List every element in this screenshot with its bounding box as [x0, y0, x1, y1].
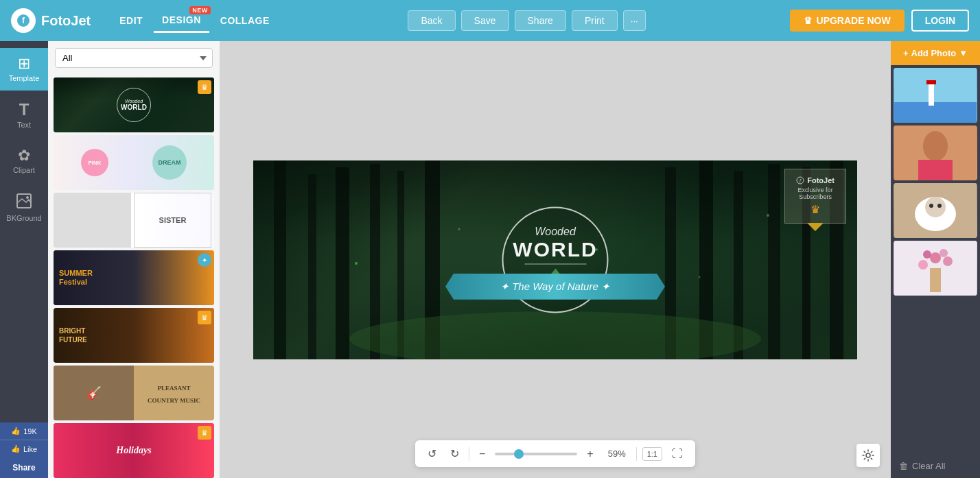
clear-all-button[interactable]: 🗑 Clear All	[891, 454, 980, 478]
thumbs-up-icon: 👍	[11, 427, 21, 435]
undo-button[interactable]: ↺	[423, 444, 441, 463]
canvas-wrapper[interactable]: Wooded WORLD FOTOJET	[253, 160, 857, 359]
exclusive-crown-icon: ♛	[796, 203, 835, 216]
crown-badge: ♛	[198, 426, 211, 440]
svg-rect-4	[274, 160, 286, 359]
badge-wooded: Wooded	[535, 226, 576, 238]
crown-badge: ♛	[198, 311, 211, 324]
zoom-out-button[interactable]: −	[475, 445, 489, 463]
svg-rect-31	[894, 102, 977, 123]
zoom-slider[interactable]	[495, 453, 577, 455]
photo-thumb-2[interactable]	[894, 126, 977, 180]
like-count: 👍 19K	[0, 422, 48, 440]
social-bar: 👍 19K 👍 Like Share	[0, 422, 48, 478]
canvas-image: Wooded WORLD FOTOJET	[253, 160, 857, 359]
svg-point-3	[26, 196, 29, 199]
zoom-in-button[interactable]: +	[583, 445, 597, 463]
badge-world: WORLD	[513, 238, 597, 261]
photo-thumb-3[interactable]	[894, 183, 977, 238]
new-badge: NEW	[189, 6, 211, 14]
canvas-toolbar: ↺ ↻ − + 59% 1:1 ⛶	[415, 440, 695, 467]
sidebar-item-text[interactable]: T Text	[0, 93, 48, 137]
svg-point-29	[866, 453, 870, 457]
svg-rect-5	[308, 174, 316, 359]
crown-icon: ♛	[804, 15, 813, 26]
upgrade-button[interactable]: ♛ UPGRADE NOW	[790, 10, 905, 32]
template-item-5[interactable]: BRIGHTFUTURE ♛	[54, 308, 214, 363]
template-item-2[interactable]: PINK DREAM	[54, 135, 214, 190]
svg-point-41	[937, 204, 942, 208]
like-button[interactable]: 👍 Like	[0, 440, 48, 457]
save-button[interactable]: Save	[461, 10, 509, 31]
text-icon: T	[19, 101, 30, 118]
svg-rect-36	[918, 160, 953, 180]
svg-point-17	[355, 262, 358, 265]
share-button[interactable]: Share	[515, 10, 566, 31]
template-item-1[interactable]: Wooded WORLD ♛	[54, 77, 214, 132]
svg-point-49	[940, 249, 948, 257]
svg-point-18	[458, 228, 460, 230]
nav-links: EDIT DESIGN NEW COLLAGE	[111, 9, 278, 33]
edit-nav[interactable]: EDIT	[111, 10, 151, 32]
template-item-7[interactable]: Holidays ♛	[54, 423, 214, 478]
svg-rect-13	[768, 164, 780, 359]
back-button[interactable]: Back	[408, 10, 455, 31]
template-item-6[interactable]: 🎸 PLEASANTCOUNTRY MUSIC	[54, 366, 214, 420]
logo-icon: f	[11, 8, 36, 33]
more-button[interactable]: ···	[623, 10, 646, 31]
template-item-4[interactable]: SUMMERFestival ✦	[54, 250, 214, 305]
photo-thumb-1[interactable]	[894, 68, 977, 123]
ribbon-banner: ✦ The Way of Nature ✦	[445, 274, 665, 300]
top-nav: f FotoJet EDIT DESIGN NEW COLLAGE Back S…	[0, 0, 980, 41]
fullscreen-button[interactable]: ⛶	[668, 445, 687, 463]
template-item-3[interactable]: SISTER	[54, 193, 214, 248]
svg-point-21	[767, 214, 769, 217]
add-photo-arrow-icon: ▼	[959, 48, 968, 58]
collage-nav[interactable]: COLLAGE	[212, 10, 278, 32]
svg-point-20	[699, 276, 701, 278]
trash-icon: 🗑	[899, 461, 908, 471]
photo-thumb-4[interactable]	[894, 241, 977, 296]
settings-button[interactable]	[856, 444, 880, 467]
photo-grid	[891, 65, 980, 454]
svg-point-47	[943, 256, 953, 266]
svg-text:f: f	[800, 178, 802, 183]
svg-rect-33	[926, 80, 936, 84]
toolbar-divider-1	[469, 447, 469, 461]
print-button[interactable]: Print	[572, 10, 618, 31]
template-grid: Wooded WORLD ♛ PINK DREAM	[48, 75, 220, 478]
nav-center-actions: Back Save Share Print ···	[408, 10, 645, 31]
svg-point-46	[918, 260, 928, 270]
background-icon	[16, 193, 32, 211]
svg-rect-6	[336, 167, 349, 359]
svg-point-40	[929, 204, 933, 208]
right-panel: + Add Photo ▼	[891, 41, 980, 478]
template-panel: All Facebook Cover Twitter Header YouTub…	[48, 41, 220, 478]
design-nav[interactable]: DESIGN NEW	[154, 9, 209, 33]
left-sidebar: ⊞ Template T Text ✿ Clipart BKGround �	[0, 41, 48, 478]
share-bar-button[interactable]: Share	[0, 457, 48, 478]
app-logo[interactable]: f FotoJet	[11, 8, 91, 33]
ratio-button[interactable]: 1:1	[642, 447, 662, 461]
canvas-area: Wooded WORLD FOTOJET	[220, 41, 891, 478]
exclusive-badge: f FotoJet Exclusive for Subscribers ♛	[784, 169, 846, 224]
main-area: ⊞ Template T Text ✿ Clipart BKGround �	[0, 41, 980, 478]
sidebar-item-template[interactable]: ⊞ Template	[0, 48, 48, 91]
login-button[interactable]: LOGIN	[911, 10, 969, 32]
svg-rect-43	[930, 268, 941, 292]
clipart-icon: ✿	[18, 148, 30, 163]
template-icon: ⊞	[18, 56, 30, 71]
like-icon: 👍	[11, 444, 21, 453]
add-photo-button[interactable]: + Add Photo ▼	[891, 41, 980, 65]
sidebar-item-clipart[interactable]: ✿ Clipart	[0, 140, 48, 182]
template-filter-select[interactable]: All Facebook Cover Twitter Header YouTub…	[55, 48, 213, 68]
redo-button[interactable]: ↻	[446, 444, 463, 463]
svg-rect-32	[929, 82, 934, 106]
svg-point-45	[930, 252, 941, 263]
sidebar-item-background[interactable]: BKGround	[0, 185, 48, 230]
template-header: All Facebook Cover Twitter Header YouTub…	[48, 41, 220, 75]
logo-text: FotoJet	[41, 13, 91, 29]
zoom-percent: 59%	[603, 449, 631, 459]
plus-icon: +	[903, 48, 909, 58]
svg-point-39	[925, 197, 946, 217]
